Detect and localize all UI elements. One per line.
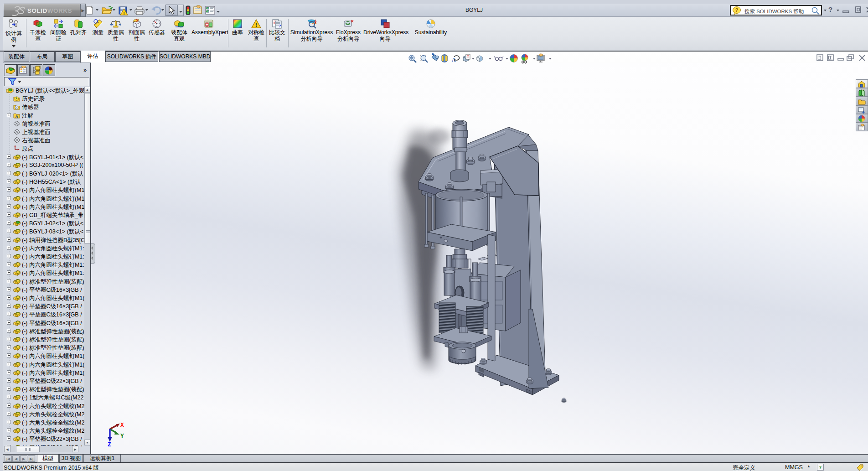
svg-text:Y: Y <box>120 433 124 440</box>
svg-text:!: ! <box>124 11 125 16</box>
svg-text:A: A <box>15 114 18 118</box>
svg-text:?: ? <box>735 7 739 13</box>
svg-text:?: ? <box>819 465 822 470</box>
svg-text:Z: Z <box>108 441 111 447</box>
svg-text:X: X <box>120 422 124 429</box>
svg-text:!: ! <box>255 21 257 28</box>
svg-text:?: ? <box>279 24 281 28</box>
svg-text:SOLIDWORKS: SOLIDWORKS <box>27 7 72 14</box>
